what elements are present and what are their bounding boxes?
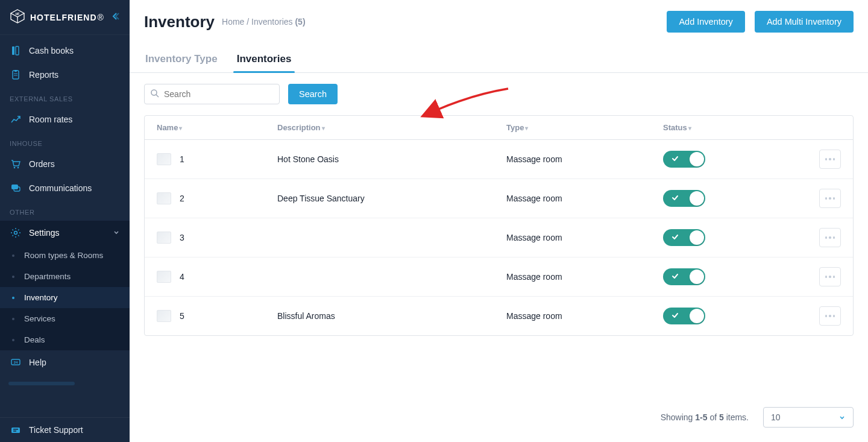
thumbnail-icon	[157, 310, 171, 322]
cell-type: Massage room	[494, 140, 651, 179]
cell-type: Massage room	[494, 218, 651, 257]
sidebar-sub-deals[interactable]: Deals	[0, 329, 130, 350]
table-row[interactable]: 2 Deep Tissue Sanctuary Massage room	[145, 179, 853, 218]
tabs: Inventory Type Inventories	[130, 39, 868, 73]
table-row[interactable]: 4 Massage room	[145, 257, 853, 297]
check-icon	[671, 154, 679, 165]
collapse-sidebar-button[interactable]	[110, 11, 120, 23]
sidebar-item-orders[interactable]: Orders	[0, 152, 130, 176]
sidebar-sub-inventory[interactable]: Inventory	[0, 287, 130, 308]
svg-line-20	[156, 95, 159, 97]
thumbnail-icon	[157, 232, 171, 244]
add-multi-inventory-button[interactable]: Add Multi Inventory	[755, 11, 854, 33]
sidebar-item-reports[interactable]: Reports	[0, 63, 130, 87]
nav: Cash books Reports EXTERNAL SALES Room r…	[0, 35, 130, 417]
sidebar-sub-room-types[interactable]: Room types & Rooms	[0, 245, 130, 266]
sidebar-item-label: Ticket Support	[29, 425, 83, 435]
sidebar-item-label: Cash books	[29, 46, 74, 55]
breadcrumb-current: Inventories	[251, 17, 292, 27]
cell-type: Massage room	[494, 257, 651, 297]
check-icon	[671, 233, 679, 243]
row-actions-button[interactable]	[819, 189, 841, 208]
sidebar-item-label: Communications	[29, 183, 92, 193]
cell-description: Deep Tissue Sanctuary	[265, 179, 494, 218]
col-type[interactable]: Type▾	[494, 116, 651, 140]
nav-section-other: OTHER	[0, 200, 130, 221]
search-input-wrap	[144, 84, 280, 104]
sidebar-item-label: Settings	[29, 228, 60, 238]
page-header: Inventory Home / Inventories (5) Add Inv…	[130, 0, 868, 39]
svg-rect-18	[13, 431, 16, 432]
check-icon	[671, 194, 679, 204]
row-actions-button[interactable]	[819, 267, 841, 286]
per-page-select[interactable]: 10	[763, 407, 854, 428]
breadcrumb-count: (5)	[295, 17, 305, 27]
sidebar-sub-departments[interactable]: Departments	[0, 266, 130, 287]
status-toggle[interactable]	[663, 190, 705, 207]
svg-rect-17	[13, 429, 18, 430]
sidebar-item-ticket-support[interactable]: Ticket Support	[0, 418, 130, 442]
cell-type: Massage room	[494, 179, 651, 218]
inventory-table: Name▾ Description▾ Type▾ Status▾ 1 Hot S…	[144, 115, 854, 336]
sidebar-item-label: Room rates	[29, 115, 72, 124]
thumbnail-icon	[157, 192, 171, 204]
logo-row: HF HOTELFRIEND®	[0, 0, 130, 35]
table-row[interactable]: 5 Blissful Aromas Massage room	[145, 297, 853, 336]
sidebar-item-communications[interactable]: Communications	[0, 176, 130, 200]
col-name[interactable]: Name▾	[145, 116, 265, 140]
sidebar-item-help[interactable]: 24 Help	[0, 350, 130, 374]
main: Inventory Home / Inventories (5) Add Inv…	[130, 0, 868, 442]
reports-icon	[10, 69, 22, 81]
search-icon	[150, 89, 159, 99]
status-toggle[interactable]	[663, 308, 705, 324]
communications-icon	[10, 182, 22, 194]
nav-section-external-sales: EXTERNAL SALES	[0, 87, 130, 107]
add-inventory-button[interactable]: Add Inventory	[667, 11, 744, 33]
breadcrumb-home[interactable]: Home	[222, 17, 244, 27]
logo-icon: HF	[10, 8, 25, 26]
pagination-footer: Showing 1-5 of 5 items. 10	[130, 390, 868, 442]
row-actions-button[interactable]	[819, 150, 841, 169]
svg-rect-6	[14, 70, 17, 72]
sidebar-footer: Ticket Support	[0, 417, 130, 442]
cell-description: Hot Stone Oasis	[265, 140, 494, 179]
search-input[interactable]	[144, 84, 280, 104]
tab-inventory-type[interactable]: Inventory Type	[144, 49, 219, 72]
tab-inventories[interactable]: Inventories	[236, 49, 293, 72]
svg-rect-5	[13, 71, 19, 79]
row-actions-button[interactable]	[819, 306, 841, 326]
toolbar: Search	[130, 73, 868, 115]
brand-name: HOTELFRIEND	[30, 13, 97, 22]
thumbnail-icon	[157, 153, 171, 165]
col-status[interactable]: Status▾	[651, 116, 772, 140]
svg-text:24: 24	[14, 361, 18, 364]
svg-text:HF: HF	[16, 12, 20, 16]
check-icon	[671, 272, 679, 282]
chevron-down-icon	[838, 414, 846, 421]
sidebar-item-settings[interactable]: Settings	[0, 221, 130, 245]
table-row[interactable]: 1 Hot Stone Oasis Massage room	[145, 140, 853, 179]
sidebar-item-label: Reports	[29, 70, 58, 80]
cell-description	[265, 218, 494, 257]
row-actions-button[interactable]	[819, 228, 841, 247]
cell-name: 3	[180, 233, 184, 242]
gear-icon	[10, 227, 22, 239]
thumbnail-icon	[157, 271, 171, 283]
sidebar-item-label: Orders	[29, 159, 55, 169]
cell-type: Massage room	[494, 297, 651, 336]
status-toggle[interactable]	[663, 151, 705, 168]
status-toggle[interactable]	[663, 268, 705, 285]
svg-point-9	[14, 167, 16, 169]
pagination-summary: Showing 1-5 of 5 items.	[661, 412, 749, 422]
svg-rect-16	[11, 428, 20, 433]
ticket-support-icon	[10, 424, 22, 436]
table-row[interactable]: 3 Massage room	[145, 218, 853, 257]
page-title: Inventory	[144, 13, 215, 31]
col-description[interactable]: Description▾	[265, 116, 494, 140]
sidebar-sub-services[interactable]: Services	[0, 308, 130, 329]
search-button[interactable]: Search	[288, 84, 338, 104]
sidebar-item-cash-books[interactable]: Cash books	[0, 39, 130, 63]
cell-name: 2	[180, 194, 184, 203]
sidebar-item-room-rates[interactable]: Room rates	[0, 107, 130, 131]
status-toggle[interactable]	[663, 229, 705, 246]
